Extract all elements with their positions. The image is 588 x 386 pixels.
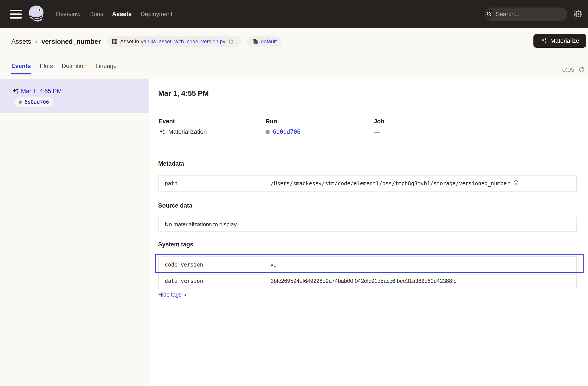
tab-lineage[interactable]: Lineage	[95, 63, 117, 74]
breadcrumb: Assets › versioned_number Asset in vanil…	[11, 35, 281, 48]
metadata-heading: Metadata	[158, 160, 184, 167]
copy-icon[interactable]	[513, 180, 519, 187]
asset-pill-prefix: Asset in	[120, 39, 139, 45]
top-nav: Overview Runs Assets Deployment / ⚙	[0, 0, 588, 28]
event-type-value: Materialization	[159, 128, 207, 135]
event-detail-title: Mar 1, 4:55 PM	[158, 89, 209, 98]
event-timestamp-link[interactable]: Mar 1, 4:55 PM	[21, 88, 62, 95]
tag-value: 3bfc269594ef649228e9a74bab00f042efc91d5a…	[264, 273, 576, 289]
dagster-logo-icon[interactable]	[26, 3, 46, 25]
event-type-label: Materialization	[168, 128, 207, 135]
system-tags-table: code_version v1 data_version 3bfc269594e…	[158, 256, 577, 289]
refresh-icon[interactable]	[578, 66, 585, 73]
metadata-table: path /Users/smackesey/stm/code/elementl/…	[158, 175, 577, 192]
run-column-label: Run	[266, 118, 277, 125]
gear-icon[interactable]: ⚙	[574, 9, 583, 19]
source-data-empty-message: No materializations to display.	[158, 217, 577, 232]
table-row-code-version: code_version v1	[159, 257, 576, 273]
event-list-item-selected[interactable]: Mar 1, 4:55 PM 6e0ad706	[0, 79, 149, 113]
sparkle-icon	[12, 88, 19, 95]
run-status-dot	[266, 130, 270, 134]
tab-definition[interactable]: Definition	[62, 63, 87, 74]
run-id-label: 6e0ad706	[24, 99, 49, 105]
refresh-countdown: 0:05	[562, 66, 574, 73]
table-row-data-version: data_version 3bfc269594ef649228e9a74bab0…	[159, 273, 576, 289]
job-column-label: Job	[374, 118, 384, 125]
caret-up-icon: ▲	[184, 293, 187, 297]
run-status-dot	[19, 101, 22, 104]
system-tags-heading: System tags	[158, 241, 193, 248]
breadcrumb-separator: ›	[35, 38, 38, 46]
asset-definition-pill[interactable]: Asset in vanilla_asset_with_code_version…	[107, 36, 241, 47]
search-box[interactable]: /	[485, 7, 567, 21]
tab-events[interactable]: Events	[11, 63, 31, 74]
nav-item-runs[interactable]: Runs	[89, 11, 103, 18]
tab-bar: Events Plots Definition Lineage	[11, 63, 117, 74]
asset-file-link[interactable]: vanilla_asset_with_code_version.py	[141, 39, 225, 45]
run-id-pill[interactable]: 6e0ad706	[14, 97, 53, 107]
search-input[interactable]	[496, 11, 574, 18]
refresh-timer: 0:05	[562, 66, 585, 73]
run-value: 6e0ad706	[266, 128, 300, 135]
nav-item-assets[interactable]: Assets	[112, 11, 132, 18]
job-value: —	[374, 128, 380, 135]
nav-item-deployment[interactable]: Deployment	[141, 11, 172, 18]
tag-value: v1	[264, 257, 576, 273]
page-header: Assets › versioned_number Asset in vanil…	[0, 28, 588, 79]
event-column-label: Event	[159, 118, 175, 125]
hide-tags-link[interactable]: Hide tags ▲	[158, 291, 187, 298]
repository-pill[interactable]: default	[247, 36, 281, 47]
sparkle-icon	[541, 38, 547, 44]
materialize-button[interactable]: Materialize	[533, 34, 586, 48]
repository-icon	[252, 39, 258, 44]
search-icon	[486, 9, 493, 20]
job-empty-dash: —	[374, 128, 380, 135]
source-data-heading: Source data	[158, 202, 192, 209]
run-id-link[interactable]: 6e0ad706	[273, 128, 300, 135]
materialize-label: Materialize	[550, 38, 579, 44]
hide-tags-label: Hide tags	[158, 291, 182, 298]
metadata-path-link[interactable]: /Users/smackesey/stm/code/elementl/oss/t…	[271, 181, 510, 187]
breadcrumb-assets-link[interactable]: Assets	[11, 38, 31, 45]
repository-link[interactable]: default	[261, 39, 276, 45]
table-icon	[112, 39, 118, 44]
tab-plots[interactable]: Plots	[40, 63, 53, 74]
event-list-sidebar: Mar 1, 4:55 PM 6e0ad706	[0, 79, 149, 386]
row-gutter	[565, 176, 576, 191]
nav-menu: Overview Runs Assets Deployment	[56, 11, 172, 18]
sparkle-icon	[159, 129, 165, 135]
nav-item-overview[interactable]: Overview	[56, 11, 81, 18]
event-detail-panel: Mar 1, 4:55 PM Event Run Job Materializa…	[149, 79, 588, 386]
tag-key: code_version	[159, 257, 264, 273]
tag-key: data_version	[159, 273, 264, 289]
reload-icon[interactable]	[228, 39, 234, 44]
metadata-key: path	[159, 176, 264, 191]
divider	[158, 111, 588, 111]
page-title: versioned_number	[42, 38, 101, 45]
hamburger-menu-icon[interactable]	[10, 10, 22, 19]
table-row: path /Users/smackesey/stm/code/elementl/…	[159, 176, 576, 191]
